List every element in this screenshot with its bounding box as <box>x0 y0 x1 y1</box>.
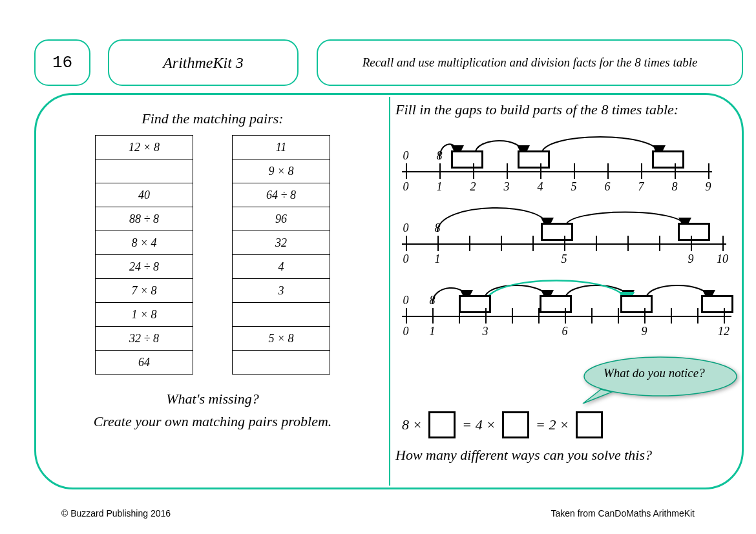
footer: © Buzzard Publishing 2016 Taken from Can… <box>61 508 695 519</box>
nl1-blank-3[interactable] <box>652 150 684 169</box>
eq-blank-2[interactable] <box>502 411 529 438</box>
nl1-top-0: 0 <box>403 149 409 163</box>
nl1-b6: 6 <box>605 180 611 194</box>
nl2-b0: 0 <box>403 252 409 266</box>
cell: 1 × 8 <box>96 303 193 327</box>
nl1-b8: 8 <box>672 180 678 194</box>
eq-blank-1[interactable] <box>428 411 456 438</box>
unit-number: 16 <box>34 39 90 86</box>
right-title: Fill in the gaps to build parts of the 8… <box>395 101 678 118</box>
worksheet-body: Find the matching pairs: 12 × 8 40 88 ÷ … <box>34 93 744 489</box>
nl1-b0: 0 <box>403 180 409 194</box>
nl1-blank-2[interactable] <box>518 150 550 169</box>
cell <box>96 159 193 183</box>
eq-b: = 4 × <box>462 416 496 433</box>
left-questions: What's missing? Create your own matching… <box>36 387 389 433</box>
match-col-b: 11 9 × 8 64 ÷ 8 96 32 4 3 5 × 8 <box>232 135 330 375</box>
eq-c: = 2 × <box>536 416 569 433</box>
nl3-b12: 12 <box>718 325 730 338</box>
matching-tables: 12 × 8 40 88 ÷ 8 8 × 4 24 ÷ 8 7 × 8 1 × … <box>36 135 389 375</box>
nl3-blank-3[interactable] <box>620 295 653 313</box>
cell: 3 <box>233 279 330 303</box>
nl3-b3: 3 <box>483 325 488 338</box>
left-pane: Find the matching pairs: 12 × 8 40 88 ÷ … <box>36 95 389 488</box>
cell: 64 <box>96 351 193 374</box>
eq-blank-3[interactable] <box>576 411 603 438</box>
left-q2: Create your own matching pairs problem. <box>36 410 389 433</box>
footer-right: Taken from CanDoMaths ArithmeKit <box>551 508 695 519</box>
nl2-b5: 5 <box>562 252 567 266</box>
eq-a: 8 × <box>402 416 422 433</box>
nl1-b5: 5 <box>571 180 577 194</box>
nl2-top-0: 0 <box>403 221 409 235</box>
nl1-b3: 3 <box>504 180 510 194</box>
cell: 7 × 8 <box>96 279 193 303</box>
nl1-b9: 9 <box>706 180 711 194</box>
footer-left: © Buzzard Publishing 2016 <box>61 508 171 519</box>
nl3-top-0: 0 <box>403 294 409 307</box>
kit-title: ArithmeKit 3 <box>108 39 299 86</box>
nl1-blank-1[interactable] <box>451 150 483 169</box>
equation: 8 × = 4 × = 2 × <box>402 411 603 438</box>
nl3-b0: 0 <box>403 325 409 338</box>
nl2-b10: 10 <box>717 252 728 266</box>
cell <box>233 351 330 374</box>
cell: 4 <box>233 255 330 279</box>
nl3-top-1: 8 <box>430 294 436 307</box>
nl3-b9: 9 <box>642 325 647 338</box>
cell: 8 × 4 <box>96 231 193 255</box>
cell: 40 <box>96 183 193 207</box>
nl1-b1: 1 <box>437 180 443 194</box>
nl3-b6: 6 <box>562 325 568 338</box>
cell: 32 <box>233 231 330 255</box>
nl2-blank-1[interactable] <box>541 223 573 241</box>
right-question: How many different ways can you solve th… <box>395 447 652 464</box>
left-q1: What's missing? <box>36 387 389 410</box>
bubble-text: What do you notice? <box>604 366 705 380</box>
cell: 64 ÷ 8 <box>233 183 330 207</box>
nl1-b2: 2 <box>470 180 476 194</box>
nl1-top-1: 8 <box>437 149 443 163</box>
learning-objective: Recall and use multiplication and divisi… <box>317 39 743 86</box>
cell: 96 <box>233 207 330 231</box>
nl2-b1: 1 <box>435 252 441 266</box>
nl3-blank-2[interactable] <box>540 295 572 313</box>
cell: 88 ÷ 8 <box>96 207 193 231</box>
nl3-b1: 1 <box>430 325 436 338</box>
cell: 9 × 8 <box>233 159 330 183</box>
numberline-3: 0 8 0 1 <box>402 277 731 348</box>
nl2-blank-2[interactable] <box>678 223 710 241</box>
cell: 5 × 8 <box>233 327 330 351</box>
numberline-2: 0 8 0 1 5 9 10 <box>402 205 726 269</box>
nl2-b9: 9 <box>688 252 694 266</box>
cell: 11 <box>233 136 330 159</box>
cell: 12 × 8 <box>96 136 193 159</box>
nl2-top-1: 8 <box>435 221 441 235</box>
nl1-b4: 4 <box>538 180 543 194</box>
nl1-b7: 7 <box>638 180 644 194</box>
match-col-a: 12 × 8 40 88 ÷ 8 8 × 4 24 ÷ 8 7 × 8 1 × … <box>95 135 193 375</box>
right-pane: Fill in the gaps to build parts of the 8… <box>389 95 742 488</box>
nl3-blank-4[interactable] <box>701 295 733 313</box>
cell: 32 ÷ 8 <box>96 327 193 351</box>
cell: 24 ÷ 8 <box>96 255 193 279</box>
left-title: Find the matching pairs: <box>36 110 389 127</box>
cell <box>233 303 330 327</box>
numberline-1: 0 8 0 1 2 3 4 5 <box>402 132 712 197</box>
